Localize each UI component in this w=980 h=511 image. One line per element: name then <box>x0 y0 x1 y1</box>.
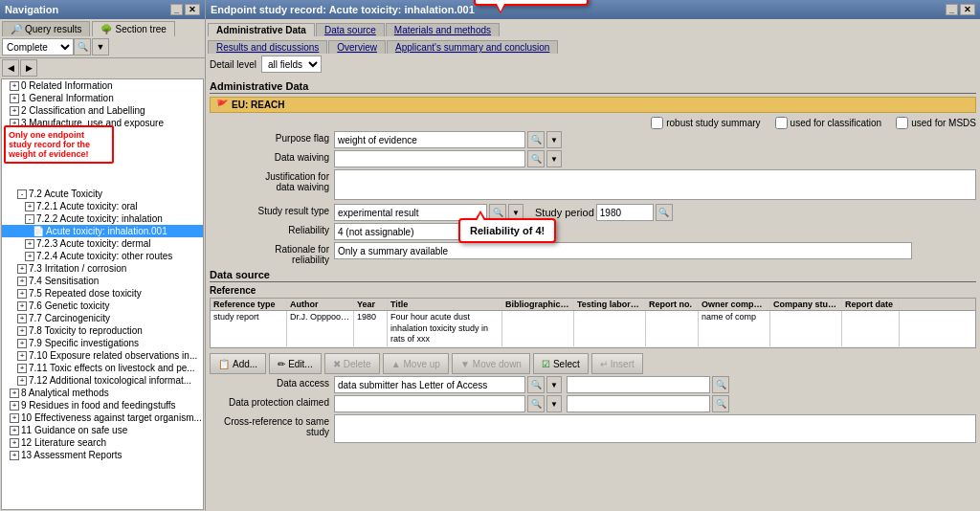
table-row[interactable]: study report Dr.J. Opppooiuiuytt. 1980 F… <box>211 311 975 347</box>
toolbar-btn-2[interactable]: ▶ <box>20 59 37 77</box>
checkbox-classification-label: used for classification <box>791 118 882 128</box>
tree-label-0: 0 Related Information <box>21 80 113 91</box>
tree-item-78[interactable]: + 7.8 Toxicity to reproduction <box>2 324 203 337</box>
add-icon: 📋 <box>218 359 230 369</box>
expand-icon-9: + <box>10 401 19 411</box>
tree-item-11[interactable]: + 11 Guidance on safe use <box>2 424 203 436</box>
purpose-flag-controls: 🔍 ▼ <box>334 131 976 148</box>
rationale-input[interactable] <box>334 242 912 259</box>
data-access-input[interactable] <box>334 376 525 393</box>
purpose-flag-dropdown[interactable]: ▼ <box>546 131 562 148</box>
tab-data-source[interactable]: Data source <box>316 23 385 36</box>
tree-item-10[interactable]: + 10 Effectiveness against target organi… <box>2 411 203 424</box>
tree-item-723[interactable]: + 7.2.3 Acute toxicity: dermal <box>2 237 203 250</box>
purpose-flag-input[interactable] <box>334 131 525 148</box>
edit-button[interactable]: ✏ Edit... <box>269 353 322 374</box>
tree-item-79[interactable]: + 7.9 Specific investigations <box>2 337 203 349</box>
reference-title: Reference <box>210 285 976 296</box>
tab-materials-methods[interactable]: Materials and methods <box>386 23 500 36</box>
tab-results[interactable]: Results and discussions <box>208 40 327 54</box>
move-down-button[interactable]: ▼ Move down <box>452 353 530 374</box>
tree-item-77[interactable]: + 7.7 Carcinogenicity <box>2 312 203 324</box>
reference-table: Reference type Author Year Title Bibliog… <box>210 298 976 348</box>
tree-label-724: 7.2.4 Acute toxicity: other routes <box>36 251 172 261</box>
study-period-search[interactable]: 🔍 <box>656 204 673 221</box>
nav-tree[interactable]: + 0 Related Information + 1 General Info… <box>1 78 204 510</box>
data-access-search2[interactable]: 🔍 <box>712 376 729 393</box>
purpose-flag-search[interactable]: 🔍 <box>527 131 545 148</box>
add-button[interactable]: 📋 Add... <box>210 353 266 374</box>
select-button[interactable]: ☑ Select <box>533 353 589 374</box>
data-protection-input2[interactable] <box>567 395 710 412</box>
data-protection-dropdown[interactable]: ▼ <box>546 395 562 412</box>
data-access-dropdown[interactable]: ▼ <box>546 376 562 393</box>
justification-controls <box>334 169 976 202</box>
tree-item-1[interactable]: + 1 General Information <box>2 92 203 104</box>
tree-item-710[interactable]: + 7.10 Exposure related observations in.… <box>2 349 203 362</box>
tree-item-0[interactable]: + 0 Related Information <box>2 79 203 92</box>
content-minimize-icon[interactable]: _ <box>946 4 958 15</box>
table-header-row: Reference type Author Year Title Bibliog… <box>211 299 975 311</box>
tree-item-724[interactable]: + 7.2.4 Acute toxicity: other routes <box>2 250 203 262</box>
toolbar-btn-1[interactable]: ◀ <box>2 59 19 77</box>
tree-item-74[interactable]: + 7.4 Sensitisation <box>2 275 203 287</box>
expand-icon-710: + <box>17 351 27 361</box>
tab-query-results[interactable]: 🔎 Query results <box>2 21 90 36</box>
tab-applicant-summary[interactable]: Applicant's summary and conclusion <box>387 40 558 54</box>
detail-level-dropdown[interactable]: all fields <box>261 56 322 73</box>
tree-item-75[interactable]: + 7.5 Repeated dose toxicity <box>2 287 203 300</box>
tree-item-76[interactable]: + 7.6 Genetic toxicity <box>2 300 203 312</box>
tree-label-77: 7.7 Carcinogenicity <box>29 313 110 323</box>
tree-item-73[interactable]: + 7.3 Irritation / corrosion <box>2 262 203 275</box>
checkbox-robust-input[interactable] <box>651 117 663 129</box>
justification-input[interactable] <box>334 169 976 200</box>
tree-item-711[interactable]: + 7.11 Toxic effects on livestock and pe… <box>2 362 203 374</box>
data-protection-input[interactable] <box>334 395 525 412</box>
flag-icon: 🚩 <box>216 100 228 110</box>
cross-reference-area[interactable] <box>334 414 976 443</box>
close-icon[interactable]: ✕ <box>185 4 200 15</box>
eu-reach-label: EU: REACH <box>232 100 285 110</box>
tree-item-722[interactable]: - 7.2.2 Acute toxicity: inhalation <box>2 212 203 225</box>
insert-button[interactable]: ↵ Insert <box>591 353 643 374</box>
search-bar: Complete 🔍 ▼ <box>0 36 205 58</box>
data-waiving-input[interactable] <box>334 150 525 167</box>
tree-item-712[interactable]: + 7.12 Additional toxicological informat… <box>2 374 203 387</box>
tree-item-72[interactable]: - 7.2 Acute Toxicity <box>2 188 203 200</box>
move-up-button[interactable]: ▲ Move up <box>383 353 449 374</box>
data-waiving-dropdown[interactable]: ▼ <box>546 150 562 167</box>
data-waiving-label: Data waiving <box>210 150 334 163</box>
data-waiving-search[interactable]: 🔍 <box>527 150 545 167</box>
tab-section-tree[interactable]: 🌳 Section tree <box>92 21 174 36</box>
tree-item-12[interactable]: + 12 Literature search <box>2 436 203 449</box>
search-button[interactable]: 🔍 <box>74 38 91 56</box>
tree-label-722: 7.2.2 Acute toxicity: inhalation <box>36 213 163 224</box>
tree-item-8[interactable]: + 8 Analytical methods <box>2 387 203 399</box>
tab-admin-data[interactable]: Administrative Data <box>208 23 315 36</box>
tree-item-722a[interactable]: 📄 Acute toxicity: inhalation.001 <box>2 225 203 237</box>
tree-item-13[interactable]: + 13 Assessment Reports <box>2 449 203 461</box>
data-access-search[interactable]: 🔍 <box>527 376 545 393</box>
expand-icon-1: + <box>10 94 19 103</box>
delete-button[interactable]: ✖ Delete <box>324 353 380 374</box>
data-access-input2[interactable] <box>567 376 710 393</box>
data-protection-search2[interactable]: 🔍 <box>712 395 729 412</box>
expand-icon-74: + <box>17 277 27 286</box>
search-dropdown[interactable]: Complete <box>2 38 74 56</box>
study-period-input[interactable] <box>596 204 654 221</box>
tree-item-721[interactable]: + 7.2.1 Acute toxicity: oral <box>2 200 203 212</box>
col-company-study: Company study... <box>770 299 842 310</box>
insert-icon: ↵ <box>600 359 608 369</box>
content-title: Endpoint study record: Acute toxicity: i… <box>211 4 475 15</box>
checkbox-classification-input[interactable] <box>775 117 788 129</box>
rationale-controls <box>334 242 976 259</box>
data-protection-search[interactable]: 🔍 <box>527 395 545 412</box>
minimize-icon[interactable]: _ <box>170 4 183 15</box>
tree-item-9[interactable]: + 9 Residues in food and feedingstuffs <box>2 399 203 411</box>
checkbox-msds-input[interactable] <box>896 117 908 129</box>
nav-down-button[interactable]: ▼ <box>92 38 109 56</box>
checkbox-robust: robust study summary <box>651 117 760 129</box>
tab-overview[interactable]: Overview <box>328 40 386 54</box>
content-close-icon[interactable]: ✕ <box>960 4 975 15</box>
tree-item-2[interactable]: + 2 Classification and Labelling <box>2 104 203 117</box>
